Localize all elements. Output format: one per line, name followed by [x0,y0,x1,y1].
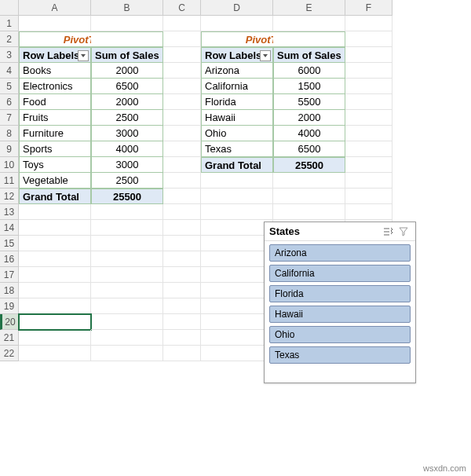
cell-C2[interactable] [163,31,201,47]
cell-C22[interactable] [163,346,201,361]
cell-C9[interactable] [163,141,201,157]
cell-F8[interactable] [345,126,392,141]
cell-E13[interactable] [273,204,345,220]
cell-E3[interactable]: Sum of Sales [273,47,345,63]
cell-F12[interactable] [345,189,392,204]
row-header-22[interactable]: 22 [0,346,19,361]
cell-D7[interactable]: Hawaii [201,110,273,126]
cell-C5[interactable] [163,79,201,94]
cell-D12[interactable] [201,189,273,204]
filter-dropdown-icon[interactable] [260,50,271,61]
cell-B17[interactable] [91,267,163,283]
cell-C10[interactable] [163,157,201,173]
cell-E2[interactable] [273,31,345,47]
cell-D20[interactable] [201,314,273,330]
cell-C12[interactable] [163,189,201,204]
cell-B4[interactable]: 2000 [91,63,163,79]
cell-A20[interactable] [19,314,91,330]
cell-D14[interactable] [201,220,273,236]
cell-E4[interactable]: 6000 [273,63,345,79]
cell-D3[interactable]: Row Labels [201,47,273,63]
row-header-16[interactable]: 16 [0,251,19,267]
cell-B2[interactable] [91,31,163,47]
row-header-14[interactable]: 14 [0,220,19,236]
row-header-12[interactable]: 12 [0,189,19,204]
cell-B1[interactable] [91,16,163,31]
cell-A4[interactable]: Books [19,63,91,79]
cell-E10[interactable]: 25500 [273,157,345,173]
cell-A5[interactable]: Electronics [19,79,91,94]
column-header-A[interactable]: A [19,0,91,16]
row-header-7[interactable]: 7 [0,110,19,126]
cell-C17[interactable] [163,267,201,283]
cell-A3[interactable]: Row Labels [19,47,91,63]
row-header-18[interactable]: 18 [0,283,19,298]
cell-D22[interactable] [201,346,273,361]
cell-D19[interactable] [201,298,273,314]
row-header-1[interactable]: 1 [0,16,19,31]
row-header-9[interactable]: 9 [0,141,19,157]
cell-E1[interactable] [273,16,345,31]
cell-A19[interactable] [19,298,91,314]
cell-B11[interactable]: 2500 [91,173,163,189]
cell-D5[interactable]: California [201,79,273,94]
cell-C20[interactable] [163,314,201,330]
slicer-item[interactable]: Arizona [269,244,411,262]
cell-B8[interactable]: 3000 [91,126,163,141]
row-header-8[interactable]: 8 [0,126,19,141]
cell-E6[interactable]: 5500 [273,94,345,110]
cell-F5[interactable] [345,79,392,94]
cell-A7[interactable]: Fruits [19,110,91,126]
cell-A16[interactable] [19,251,91,267]
row-header-10[interactable]: 10 [0,157,19,173]
cell-F9[interactable] [345,141,392,157]
cell-C13[interactable] [163,204,201,220]
row-header-4[interactable]: 4 [0,63,19,79]
cell-B22[interactable] [91,346,163,361]
cell-D9[interactable]: Texas [201,141,273,157]
cell-E8[interactable]: 4000 [273,126,345,141]
cell-A13[interactable] [19,204,91,220]
cell-A10[interactable]: Toys [19,157,91,173]
slicer-item[interactable]: Texas [269,346,411,364]
column-header-E[interactable]: E [273,0,345,16]
slicer-item[interactable]: Ohio [269,326,411,343]
cell-C1[interactable] [163,16,201,31]
cell-D21[interactable] [201,330,273,346]
cell-A12[interactable]: Grand Total [19,189,91,204]
cell-B9[interactable]: 4000 [91,141,163,157]
cell-A8[interactable]: Furniture [19,126,91,141]
row-header-19[interactable]: 19 [0,298,19,314]
clear-filter-icon[interactable] [396,225,411,239]
cell-B10[interactable]: 3000 [91,157,163,173]
cell-A1[interactable] [19,16,91,31]
cell-B21[interactable] [91,330,163,346]
cell-F1[interactable] [345,16,392,31]
cell-F6[interactable] [345,94,392,110]
cell-D8[interactable]: Ohio [201,126,273,141]
cell-B18[interactable] [91,283,163,298]
cell-C19[interactable] [163,298,201,314]
row-header-11[interactable]: 11 [0,173,19,189]
cell-A18[interactable] [19,283,91,298]
cell-F4[interactable] [345,63,392,79]
cell-C4[interactable] [163,63,201,79]
cell-F2[interactable] [345,31,392,47]
cell-E9[interactable]: 6500 [273,141,345,157]
cell-D11[interactable] [201,173,273,189]
cell-A17[interactable] [19,267,91,283]
row-header-21[interactable]: 21 [0,330,19,346]
cell-B3[interactable]: Sum of Sales [91,47,163,63]
cell-A6[interactable]: Food [19,94,91,110]
cell-A21[interactable] [19,330,91,346]
cell-C8[interactable] [163,126,201,141]
cell-C14[interactable] [163,220,201,236]
cell-B16[interactable] [91,251,163,267]
cell-D4[interactable]: Arizona [201,63,273,79]
row-header-2[interactable]: 2 [0,31,19,47]
cell-D18[interactable] [201,283,273,298]
column-header-B[interactable]: B [91,0,163,16]
row-header-13[interactable]: 13 [0,204,19,220]
cell-C6[interactable] [163,94,201,110]
cell-F13[interactable] [345,204,392,220]
